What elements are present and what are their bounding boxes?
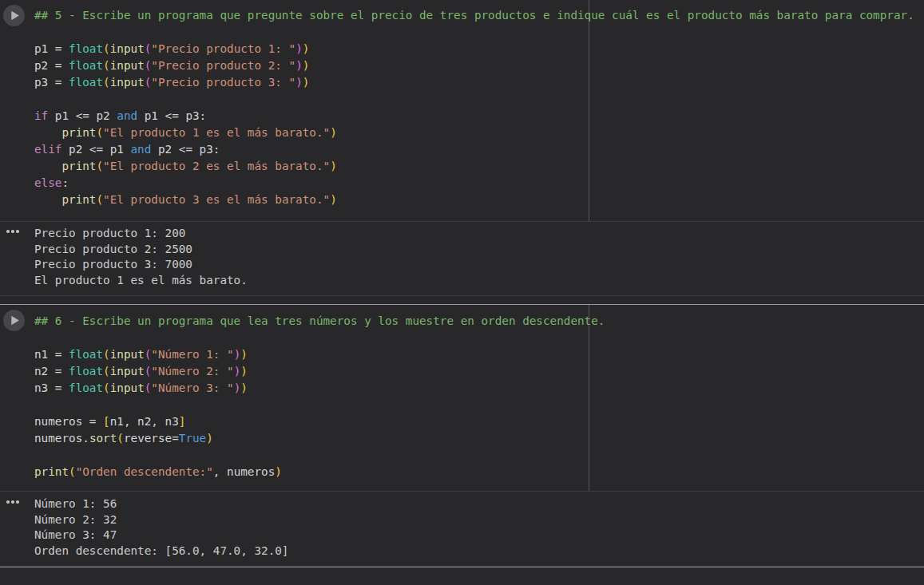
- code-token: (: [117, 432, 124, 445]
- code-token: p1 <= p2: [48, 109, 117, 122]
- code-token: input: [110, 365, 145, 377]
- output-line: Orden descendente: [56.0, 47.0, 32.0]: [34, 543, 924, 559]
- ellipsis-dot: [6, 500, 10, 504]
- code-token: (: [103, 59, 110, 72]
- code-token: ): [330, 193, 337, 206]
- code-token: ): [330, 160, 337, 172]
- output-line: Número 2: 32: [34, 512, 924, 528]
- code-token: numeros.: [34, 432, 89, 445]
- code-line: n2 = float(input("Número 2: ")): [34, 363, 924, 380]
- code-line: p1 = float(input("Precio producto 1: ")): [34, 41, 924, 57]
- code-token: (: [96, 126, 103, 139]
- code-token: n3 =: [34, 381, 69, 394]
- code-token: :: [61, 176, 69, 189]
- code-token: print: [61, 193, 96, 206]
- code-token: "El producto 1 es el más barato.": [103, 126, 330, 139]
- code-token: [34, 160, 61, 172]
- cell-output-area: Precio producto 1: 200Precio producto 2:…: [0, 222, 924, 296]
- code-line: ## 6 - Escribe un programa que lea tres …: [34, 313, 924, 330]
- code-line: numeros.sort(reverse=True): [34, 430, 924, 447]
- code-token: (: [69, 465, 76, 478]
- code-line: ## 5 - Escribe un programa que pregunte …: [34, 7, 924, 24]
- output-line: Número 1: 56: [34, 496, 924, 512]
- code-line: elif p2 <= p1 and p2 <= p3:: [34, 141, 924, 158]
- code-token: [: [103, 415, 110, 428]
- code-token: input: [110, 348, 145, 361]
- code-token: p2 <= p3:: [151, 143, 220, 156]
- code-line: print("El producto 3 es el más barato."): [34, 192, 924, 208]
- code-token: (: [96, 160, 103, 172]
- code-token: (: [103, 381, 110, 394]
- code-token: "Número 2: ": [151, 365, 233, 377]
- code-token: ): [234, 348, 241, 361]
- code-token: [34, 126, 61, 139]
- code-token: float: [69, 76, 103, 89]
- code-token: else: [34, 176, 61, 189]
- code-token: ): [295, 59, 303, 72]
- code-token: if: [34, 109, 48, 122]
- code-token: (: [103, 42, 110, 55]
- code-token: ): [206, 432, 213, 445]
- output-block: Número 1: 56Número 2: 32Número 3: 47Orde…: [0, 492, 924, 559]
- code-token: "Precio producto 1: ": [151, 42, 295, 55]
- code-token: ): [303, 42, 310, 55]
- code-token: float: [69, 348, 103, 361]
- code-token: elif: [34, 143, 61, 156]
- code-line: [34, 91, 924, 108]
- code-token: [34, 193, 61, 206]
- code-block: ## 5 - Escribe un programa que pregunte …: [0, 0, 924, 208]
- code-token: ): [295, 76, 303, 89]
- code-line: [34, 447, 924, 464]
- code-line: [34, 24, 924, 41]
- cell-output-area: Número 1: 56Número 2: 32Número 3: 47Orde…: [0, 492, 924, 567]
- interactive-window: ## 5 - Escribe un programa que pregunte …: [0, 0, 924, 585]
- code-line: [34, 330, 924, 346]
- code-token: p2 =: [34, 59, 69, 72]
- cell-code-area[interactable]: ## 6 - Escribe un programa que lea tres …: [0, 305, 924, 492]
- code-token: print: [61, 160, 96, 172]
- code-token: sort: [89, 432, 117, 445]
- ellipsis-dot: [16, 230, 19, 233]
- code-token: p3 =: [34, 76, 69, 89]
- code-token: ): [234, 381, 241, 394]
- code-line: n1 = float(input("Número 1: ")): [34, 346, 924, 363]
- code-token: and: [117, 109, 137, 122]
- output-line: Precio producto 2: 2500: [34, 242, 924, 258]
- code-token: p1 =: [34, 42, 69, 55]
- code-token: input: [110, 59, 145, 72]
- code-token: (: [103, 365, 110, 377]
- code-token: ): [303, 59, 310, 72]
- code-token: "El producto 3 es el más barato.": [103, 193, 330, 206]
- code-line: print("Orden descendente:", numeros): [34, 464, 924, 480]
- code-line: else:: [34, 175, 924, 192]
- code-token: input: [110, 76, 145, 89]
- ellipsis-dot: [6, 230, 10, 233]
- code-token: ): [303, 76, 310, 89]
- output-line: El producto 1 es el más barato.: [34, 273, 924, 289]
- code-token: ): [295, 42, 303, 55]
- code-token: "Orden descendente:": [76, 465, 213, 478]
- code-token: ): [240, 348, 248, 361]
- cell-code-area[interactable]: ## 5 - Escribe un programa que pregunte …: [0, 0, 924, 222]
- output-block: Precio producto 1: 200Precio producto 2:…: [0, 222, 924, 288]
- code-token: ## 6 - Escribe un programa que lea tres …: [34, 314, 605, 327]
- code-token: and: [131, 143, 152, 156]
- code-token: "Precio producto 2: ": [151, 59, 295, 72]
- code-token: input: [110, 381, 145, 394]
- code-token: numeros =: [34, 415, 103, 428]
- code-line: n3 = float(input("Número 3: ")): [34, 380, 924, 397]
- code-token: "Número 3: ": [151, 381, 233, 394]
- code-token: p1 <= p3:: [137, 109, 206, 122]
- output-line: Número 3: 47: [34, 528, 924, 543]
- code-token: ]: [179, 415, 186, 428]
- code-token: ): [330, 126, 337, 139]
- code-token: "El producto 2 es el más barato.": [103, 160, 330, 172]
- code-token: float: [69, 365, 103, 377]
- ellipsis-icon[interactable]: [6, 500, 19, 504]
- empty-area: [0, 567, 924, 585]
- ellipsis-icon[interactable]: [6, 230, 19, 233]
- code-token: ## 5 - Escribe un programa que pregunte …: [34, 9, 914, 22]
- code-token: ): [275, 465, 282, 478]
- cell-gap: [0, 296, 924, 304]
- code-line: numeros = [n1, n2, n3]: [34, 413, 924, 430]
